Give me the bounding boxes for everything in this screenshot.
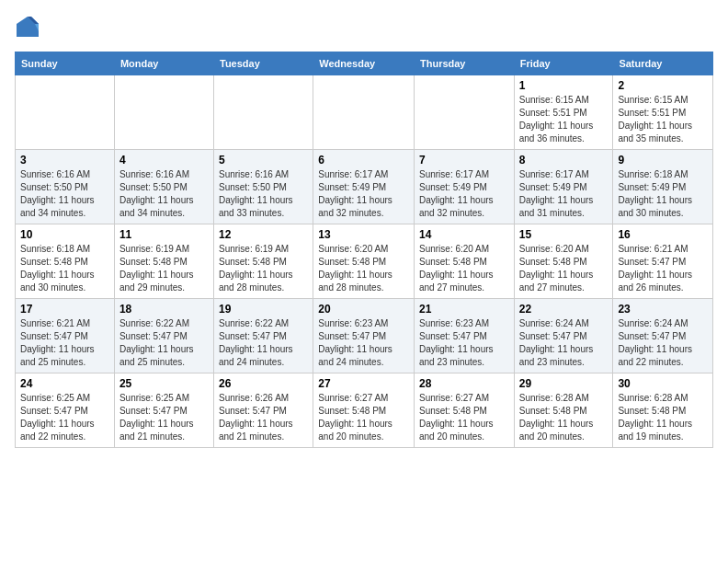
day-number: 9 bbox=[618, 154, 708, 167]
calendar-cell: 4Sunrise: 6:16 AM Sunset: 5:50 PM Daylig… bbox=[114, 150, 213, 224]
day-info: Sunrise: 6:17 AM Sunset: 5:49 PM Dayligh… bbox=[318, 168, 409, 220]
calendar-cell: 6Sunrise: 6:17 AM Sunset: 5:49 PM Daylig… bbox=[313, 150, 415, 224]
day-number: 26 bbox=[219, 377, 308, 390]
day-info: Sunrise: 6:15 AM Sunset: 5:51 PM Dayligh… bbox=[519, 94, 609, 145]
weekday-header-row: SundayMondayTuesdayWednesdayThursdayFrid… bbox=[16, 52, 713, 75]
calendar-cell bbox=[214, 75, 313, 150]
day-number: 5 bbox=[219, 154, 308, 167]
calendar-cell: 30Sunrise: 6:28 AM Sunset: 5:48 PM Dayli… bbox=[613, 373, 713, 448]
weekday-header-monday: Monday bbox=[114, 52, 213, 75]
calendar-week-3: 10Sunrise: 6:18 AM Sunset: 5:48 PM Dayli… bbox=[16, 224, 713, 299]
calendar-cell: 10Sunrise: 6:18 AM Sunset: 5:48 PM Dayli… bbox=[16, 224, 115, 299]
day-number: 22 bbox=[519, 303, 609, 316]
calendar-cell: 24Sunrise: 6:25 AM Sunset: 5:47 PM Dayli… bbox=[16, 373, 115, 448]
day-info: Sunrise: 6:21 AM Sunset: 5:47 PM Dayligh… bbox=[20, 317, 109, 369]
weekday-header-friday: Friday bbox=[514, 52, 613, 75]
day-info: Sunrise: 6:19 AM Sunset: 5:48 PM Dayligh… bbox=[219, 243, 308, 294]
calendar-week-1: 1Sunrise: 6:15 AM Sunset: 5:51 PM Daylig… bbox=[16, 75, 713, 150]
day-number: 8 bbox=[519, 154, 609, 167]
calendar-cell: 3Sunrise: 6:16 AM Sunset: 5:50 PM Daylig… bbox=[16, 150, 115, 224]
calendar-cell: 5Sunrise: 6:16 AM Sunset: 5:50 PM Daylig… bbox=[214, 150, 313, 224]
day-info: Sunrise: 6:20 AM Sunset: 5:48 PM Dayligh… bbox=[419, 243, 509, 294]
day-info: Sunrise: 6:25 AM Sunset: 5:47 PM Dayligh… bbox=[119, 392, 209, 443]
calendar-cell: 27Sunrise: 6:27 AM Sunset: 5:48 PM Dayli… bbox=[313, 373, 415, 448]
calendar-cell: 28Sunrise: 6:27 AM Sunset: 5:48 PM Dayli… bbox=[414, 373, 514, 448]
calendar-cell: 8Sunrise: 6:17 AM Sunset: 5:49 PM Daylig… bbox=[514, 150, 613, 224]
calendar-table: SundayMondayTuesdayWednesdayThursdayFrid… bbox=[15, 52, 713, 448]
calendar-cell: 2Sunrise: 6:15 AM Sunset: 5:51 PM Daylig… bbox=[613, 75, 713, 150]
calendar-cell: 7Sunrise: 6:17 AM Sunset: 5:49 PM Daylig… bbox=[414, 150, 514, 224]
calendar-cell: 26Sunrise: 6:26 AM Sunset: 5:47 PM Dayli… bbox=[214, 373, 313, 448]
day-number: 20 bbox=[318, 303, 409, 316]
calendar-cell: 23Sunrise: 6:24 AM Sunset: 5:47 PM Dayli… bbox=[613, 299, 713, 373]
day-info: Sunrise: 6:24 AM Sunset: 5:47 PM Dayligh… bbox=[618, 317, 708, 369]
day-number: 1 bbox=[519, 79, 609, 92]
day-number: 3 bbox=[20, 154, 109, 167]
day-info: Sunrise: 6:23 AM Sunset: 5:47 PM Dayligh… bbox=[318, 317, 409, 369]
day-info: Sunrise: 6:28 AM Sunset: 5:48 PM Dayligh… bbox=[618, 392, 708, 443]
weekday-header-sunday: Sunday bbox=[16, 52, 115, 75]
calendar-cell: 1Sunrise: 6:15 AM Sunset: 5:51 PM Daylig… bbox=[514, 75, 613, 150]
logo-icon bbox=[15, 15, 40, 40]
day-info: Sunrise: 6:23 AM Sunset: 5:47 PM Dayligh… bbox=[419, 317, 509, 369]
calendar-cell: 9Sunrise: 6:18 AM Sunset: 5:49 PM Daylig… bbox=[613, 150, 713, 224]
day-info: Sunrise: 6:27 AM Sunset: 5:48 PM Dayligh… bbox=[318, 392, 409, 443]
calendar-week-4: 17Sunrise: 6:21 AM Sunset: 5:47 PM Dayli… bbox=[16, 299, 713, 373]
day-info: Sunrise: 6:18 AM Sunset: 5:48 PM Dayligh… bbox=[20, 243, 109, 294]
day-info: Sunrise: 6:16 AM Sunset: 5:50 PM Dayligh… bbox=[219, 168, 308, 220]
day-number: 18 bbox=[119, 303, 209, 316]
calendar-cell bbox=[114, 75, 213, 150]
calendar-cell: 18Sunrise: 6:22 AM Sunset: 5:47 PM Dayli… bbox=[114, 299, 213, 373]
day-info: Sunrise: 6:20 AM Sunset: 5:48 PM Dayligh… bbox=[318, 243, 409, 294]
day-info: Sunrise: 6:16 AM Sunset: 5:50 PM Dayligh… bbox=[20, 168, 109, 220]
day-info: Sunrise: 6:28 AM Sunset: 5:48 PM Dayligh… bbox=[519, 392, 609, 443]
calendar-cell: 20Sunrise: 6:23 AM Sunset: 5:47 PM Dayli… bbox=[313, 299, 415, 373]
day-number: 12 bbox=[219, 228, 308, 241]
calendar-cell: 22Sunrise: 6:24 AM Sunset: 5:47 PM Dayli… bbox=[514, 299, 613, 373]
day-info: Sunrise: 6:18 AM Sunset: 5:49 PM Dayligh… bbox=[618, 168, 708, 220]
calendar-cell: 15Sunrise: 6:20 AM Sunset: 5:48 PM Dayli… bbox=[514, 224, 613, 299]
day-number: 13 bbox=[318, 228, 409, 241]
weekday-header-tuesday: Tuesday bbox=[214, 52, 313, 75]
weekday-header-saturday: Saturday bbox=[613, 52, 713, 75]
day-info: Sunrise: 6:25 AM Sunset: 5:47 PM Dayligh… bbox=[20, 392, 109, 443]
calendar-week-5: 24Sunrise: 6:25 AM Sunset: 5:47 PM Dayli… bbox=[16, 373, 713, 448]
calendar-cell bbox=[313, 75, 415, 150]
day-number: 30 bbox=[618, 377, 708, 390]
calendar-cell: 19Sunrise: 6:22 AM Sunset: 5:47 PM Dayli… bbox=[214, 299, 313, 373]
calendar-cell: 25Sunrise: 6:25 AM Sunset: 5:47 PM Dayli… bbox=[114, 373, 213, 448]
calendar-cell: 11Sunrise: 6:19 AM Sunset: 5:48 PM Dayli… bbox=[114, 224, 213, 299]
weekday-header-wednesday: Wednesday bbox=[313, 52, 415, 75]
logo bbox=[15, 15, 44, 40]
day-number: 24 bbox=[20, 377, 109, 390]
calendar-cell: 13Sunrise: 6:20 AM Sunset: 5:48 PM Dayli… bbox=[313, 224, 415, 299]
day-number: 25 bbox=[119, 377, 209, 390]
calendar-cell: 29Sunrise: 6:28 AM Sunset: 5:48 PM Dayli… bbox=[514, 373, 613, 448]
day-number: 7 bbox=[419, 154, 509, 167]
day-info: Sunrise: 6:26 AM Sunset: 5:47 PM Dayligh… bbox=[219, 392, 308, 443]
day-number: 21 bbox=[419, 303, 509, 316]
calendar-cell: 16Sunrise: 6:21 AM Sunset: 5:47 PM Dayli… bbox=[613, 224, 713, 299]
day-number: 10 bbox=[20, 228, 109, 241]
day-info: Sunrise: 6:22 AM Sunset: 5:47 PM Dayligh… bbox=[219, 317, 308, 369]
day-info: Sunrise: 6:22 AM Sunset: 5:47 PM Dayligh… bbox=[119, 317, 209, 369]
day-info: Sunrise: 6:17 AM Sunset: 5:49 PM Dayligh… bbox=[519, 168, 609, 220]
day-number: 15 bbox=[519, 228, 609, 241]
day-info: Sunrise: 6:19 AM Sunset: 5:48 PM Dayligh… bbox=[119, 243, 209, 294]
day-number: 14 bbox=[419, 228, 509, 241]
calendar-cell: 21Sunrise: 6:23 AM Sunset: 5:47 PM Dayli… bbox=[414, 299, 514, 373]
day-number: 27 bbox=[318, 377, 409, 390]
svg-marker-0 bbox=[17, 17, 39, 37]
day-info: Sunrise: 6:24 AM Sunset: 5:47 PM Dayligh… bbox=[519, 317, 609, 369]
weekday-header-thursday: Thursday bbox=[414, 52, 514, 75]
day-info: Sunrise: 6:27 AM Sunset: 5:48 PM Dayligh… bbox=[419, 392, 509, 443]
day-number: 29 bbox=[519, 377, 609, 390]
calendar-body: 1Sunrise: 6:15 AM Sunset: 5:51 PM Daylig… bbox=[16, 75, 713, 448]
page-header bbox=[15, 15, 713, 40]
day-info: Sunrise: 6:21 AM Sunset: 5:47 PM Dayligh… bbox=[618, 243, 708, 294]
day-info: Sunrise: 6:17 AM Sunset: 5:49 PM Dayligh… bbox=[419, 168, 509, 220]
day-info: Sunrise: 6:15 AM Sunset: 5:51 PM Dayligh… bbox=[618, 94, 708, 145]
day-number: 19 bbox=[219, 303, 308, 316]
calendar-cell: 14Sunrise: 6:20 AM Sunset: 5:48 PM Dayli… bbox=[414, 224, 514, 299]
calendar-cell bbox=[414, 75, 514, 150]
